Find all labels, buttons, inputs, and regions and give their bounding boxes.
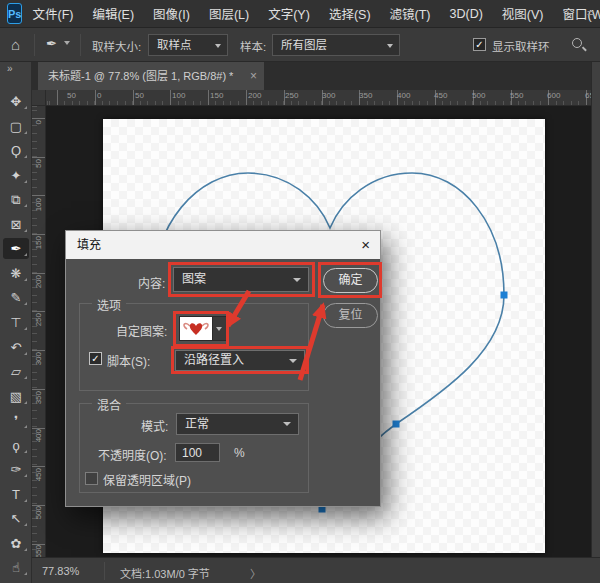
pattern-picker-chevron[interactable] [213, 316, 227, 341]
sample-size-value: 取样点 [157, 39, 192, 51]
menu-bar: Ps 文件(F)编辑(E)图像(I)图层(L)文字(Y)选择(S)滤镜(T)3D… [0, 0, 600, 28]
fill-dialog: 填充 × 内容: 图案 确定 复位 选项 自定图案: 脚本(S): 沿路径置入 [65, 230, 381, 507]
show-sampling-ring-checkbox[interactable] [473, 38, 486, 51]
ruler-tick-label: 50 [67, 91, 76, 100]
opacity-input[interactable] [175, 443, 220, 462]
lasso-tool[interactable]: Ϙ [3, 140, 29, 161]
anchor-point[interactable] [501, 292, 508, 299]
brush-tool[interactable]: ✎ [3, 287, 29, 308]
options-group-label: 选项 [92, 296, 126, 313]
custom-pattern-label: 自定图案: [116, 322, 167, 339]
pen-tool[interactable]: ✑ [3, 459, 29, 480]
menu-view[interactable]: 视图(V) [502, 4, 544, 23]
eyedropper-preset-icon[interactable]: ✒ [46, 36, 57, 51]
close-icon[interactable]: × [361, 231, 370, 259]
document-info: 文档:1.03M/0 字节 [120, 565, 210, 581]
tab-bar: 未标题-1 @ 77.8% (图层 1, RGB/8#) * × [32, 62, 600, 90]
blur-tool[interactable]: ❜ [3, 410, 29, 431]
opacity-unit-label: % [234, 446, 245, 460]
dialog-title: 填充 [77, 238, 101, 252]
ruler-tick-label: 550 [510, 91, 523, 100]
script-value: 沿路径置入 [184, 353, 244, 367]
chevron-down-icon [387, 44, 393, 48]
ruler-tick-label: 150 [210, 91, 223, 100]
dodge-tool[interactable]: ϙ [3, 435, 29, 456]
winged-heart-pattern-icon [180, 317, 212, 340]
mode-dropdown[interactable]: 正常 [176, 413, 299, 435]
custom-shape-tool[interactable]: ✿ [3, 533, 29, 554]
content-value: 图案 [182, 272, 206, 286]
ruler-tick-label: 200 [34, 275, 43, 288]
spot-healing-tool[interactable]: ❋ [3, 263, 29, 284]
collapse-tools-icon[interactable]: » [7, 63, 13, 74]
ruler-tick-label: 550 [34, 545, 43, 557]
search-icon[interactable] [572, 38, 582, 48]
ruler-horizontal: 5005010015020025030035040045050055060065… [46, 90, 600, 106]
document-tab-title: 未标题-1 @ 77.8% (图层 1, RGB/8#) * [48, 70, 233, 82]
reset-button[interactable]: 复位 [323, 303, 378, 328]
document-tab[interactable]: 未标题-1 @ 77.8% (图层 1, RGB/8#) * × [38, 62, 264, 90]
eyedropper-tool[interactable]: ✒ [3, 238, 29, 259]
ruler-tick-label: 600 [547, 91, 560, 100]
preserve-transparency-checkbox[interactable] [85, 472, 98, 485]
sample-label: 样本: [240, 38, 266, 54]
menu-type[interactable]: 文字(Y) [268, 4, 310, 23]
blend-group-label: 混合 [92, 396, 126, 413]
content-dropdown[interactable]: 图案 [173, 267, 309, 292]
menu-layer[interactable]: 图层(L) [209, 4, 249, 23]
tool-column: ✥▢Ϙ✦⧉⊠✒❋✎⊤↶▱▧❜ϙ✑T↖✿☝ [0, 90, 32, 583]
ruler-tick-label: 250 [34, 313, 43, 326]
script-dropdown[interactable]: 沿路径置入 [175, 350, 305, 371]
move-tool[interactable]: ✥ [3, 91, 29, 112]
ruler-tick-label: 50 [34, 159, 43, 168]
ruler-tick-label: 50 [135, 91, 144, 100]
ruler-tick-label: 450 [434, 91, 447, 100]
dialog-title-bar[interactable]: 填充 × [66, 231, 380, 259]
home-icon[interactable]: ⌂ [11, 36, 20, 53]
separator [34, 34, 35, 56]
ok-button[interactable]: 确定 [323, 268, 378, 293]
anchor-point[interactable] [393, 421, 400, 428]
tools-panel: » ✥▢Ϙ✦⧉⊠✒❋✎⊤↶▱▧❜ϙ✑T↖✿☝ [0, 62, 32, 583]
menu-edit[interactable]: 编辑(E) [92, 4, 134, 23]
status-expand-icon[interactable]: 〉 [250, 565, 261, 581]
ruler-tick-label: 500 [34, 506, 43, 519]
history-brush-tool[interactable]: ↶ [3, 337, 29, 358]
script-checkbox[interactable] [89, 352, 102, 365]
magic-wand-tool[interactable]: ✦ [3, 165, 29, 186]
marquee-tool[interactable]: ▢ [3, 116, 29, 137]
menu-3d[interactable]: 3D(D) [450, 7, 483, 21]
menu-window[interactable]: 窗口(W) [563, 4, 600, 23]
frame-tool[interactable]: ⊠ [3, 214, 29, 235]
mode-value: 正常 [185, 417, 209, 431]
ruler-tick-label: 100 [172, 91, 185, 100]
ruler-tick-label: 150 [34, 236, 43, 249]
content-label: 内容: [138, 274, 165, 291]
menu-select[interactable]: 选择(S) [329, 4, 371, 23]
separator [104, 562, 105, 580]
menu-file[interactable]: 文件(F) [32, 4, 73, 23]
window-controls-icon[interactable]: = [587, 6, 594, 20]
sample-size-dropdown[interactable]: 取样点 [148, 34, 228, 56]
preserve-transparency-label: 保留透明区域(P) [103, 471, 191, 488]
custom-pattern-thumbnail[interactable] [179, 316, 213, 341]
crop-tool[interactable]: ⧉ [3, 189, 29, 210]
zoom-level-field[interactable]: 77.83% [42, 565, 79, 577]
type-tool[interactable]: T [3, 484, 29, 505]
eraser-tool[interactable]: ▱ [3, 361, 29, 382]
chevron-down-icon [293, 278, 301, 282]
path-selection-tool[interactable]: ↖ [3, 508, 29, 529]
menu-filter[interactable]: 滤镜(T) [390, 4, 431, 23]
clone-stamp-tool[interactable]: ⊤ [3, 312, 29, 333]
hand-tool[interactable]: ☝ [3, 557, 29, 578]
photoshop-logo: Ps [7, 3, 22, 24]
opacity-label: 不透明度(O): [98, 446, 167, 463]
show-sampling-ring-label: 显示取样环 [492, 38, 550, 54]
gradient-tool[interactable]: ▧ [3, 386, 29, 407]
sample-dropdown[interactable]: 所有图层 [272, 34, 400, 56]
menu-image[interactable]: 图像(I) [153, 4, 190, 23]
panel-dock-strip[interactable] [591, 62, 600, 557]
chevron-down-icon[interactable] [64, 41, 70, 45]
sample-value: 所有图层 [281, 39, 327, 51]
close-icon[interactable]: × [250, 62, 257, 90]
